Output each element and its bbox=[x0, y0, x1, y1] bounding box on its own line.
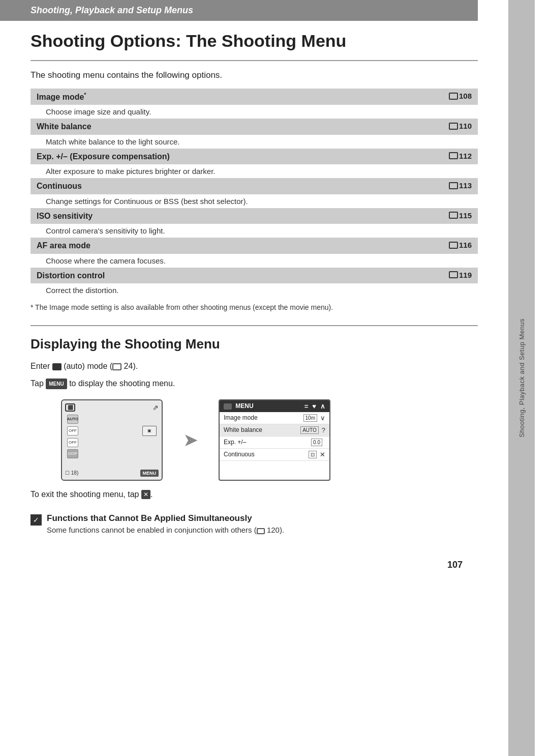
table-row: Change settings for Continuous or BSS (b… bbox=[30, 194, 478, 208]
table-row: Alter exposure to make pictures brighter… bbox=[30, 164, 478, 178]
menu-label-white-balance: White balance bbox=[224, 426, 300, 433]
menu-val-image-mode: 10m bbox=[303, 414, 317, 422]
cam-icon-off2: OFF bbox=[67, 438, 78, 447]
table-row: Control camera's sensitivity to light. bbox=[30, 224, 478, 238]
menu-label-continuous: Continuous bbox=[224, 451, 309, 458]
table-row: Exp. +/– (Exposure compensation)112 bbox=[30, 149, 478, 165]
arrow-icon: ➤ bbox=[183, 429, 198, 451]
menu-val-continuous: ⊡ bbox=[309, 451, 317, 458]
menu-page-ref: 110 bbox=[391, 119, 478, 135]
menu-item-name: White balance bbox=[30, 119, 391, 135]
main-content: Shooting, Playback and Setup Menus Shoot… bbox=[0, 0, 508, 756]
table-row: Correct the distortion. bbox=[30, 283, 478, 297]
page-wrapper: Shooting, Playback and Setup Menus Shoot… bbox=[0, 0, 549, 756]
menu-label-image-mode: Image mode bbox=[224, 414, 303, 421]
header-icon-heart: ♥ bbox=[312, 402, 316, 410]
menu-item-desc: Choose image size and quality. bbox=[30, 105, 478, 119]
cam-icon-off1: OFF bbox=[67, 426, 78, 435]
menu-page-ref: 115 bbox=[391, 208, 478, 224]
menu-label-exp: Exp. +/– bbox=[224, 439, 311, 446]
menu-icon-white-balance: ? bbox=[322, 426, 325, 434]
camera-icon-inline bbox=[52, 363, 62, 370]
sidebar-text: Shooting, Playback and Setup Menus bbox=[518, 318, 526, 438]
note-check-icon: ✓ bbox=[30, 514, 42, 526]
menu-item-name: Distortion control bbox=[30, 268, 391, 284]
menu-table: Image mode*108Choose image size and qual… bbox=[30, 89, 478, 297]
camera-screen-left: ⬛ ⇗ AUTO OFF ▣ bbox=[61, 399, 163, 481]
header-icon-up: ∧ bbox=[320, 402, 325, 410]
step2-text: Tap MENU to display the shooting menu. bbox=[30, 376, 478, 390]
table-row: Choose image size and quality. bbox=[30, 105, 478, 119]
note-title: Functions that Cannot Be Applied Simulta… bbox=[47, 513, 284, 524]
menu-item-desc: Correct the distortion. bbox=[30, 283, 478, 297]
book-icon-note bbox=[257, 528, 265, 534]
menu-page-ref: 108 bbox=[391, 89, 478, 105]
menu-item-desc: Alter exposure to make pictures brighter… bbox=[30, 164, 478, 178]
cam-item-disp: DISP bbox=[65, 448, 159, 459]
cam-menu-items: AUTO OFF ▣ OFF bbox=[65, 414, 159, 459]
table-row: AF area mode116 bbox=[30, 238, 478, 254]
menu-item-desc: Change settings for Continuous or BSS (b… bbox=[30, 194, 478, 208]
cam-item-off2: OFF bbox=[65, 437, 159, 448]
cam-battery-text: ☐ 18) bbox=[65, 470, 78, 476]
book-icon-ref1 bbox=[112, 363, 121, 370]
cam-item-off1: OFF ▣ bbox=[65, 425, 159, 437]
close-icon-inline: ✕ bbox=[141, 490, 150, 499]
menu-val-white-balance: AUTO bbox=[300, 426, 319, 434]
cam-icon-auto: AUTO bbox=[67, 415, 78, 424]
note-text: Some functions cannot be enabled in conj… bbox=[47, 526, 284, 534]
top-header: Shooting, Playback and Setup Menus bbox=[0, 0, 478, 21]
menu-item-desc: Choose where the camera focuses. bbox=[30, 254, 478, 268]
top-header-text: Shooting, Playback and Setup Menus bbox=[30, 5, 193, 15]
footnote: * The Image mode setting is also availab… bbox=[30, 302, 478, 313]
menu-item-desc: Match white balance to the light source. bbox=[30, 135, 478, 149]
menu-page-ref: 113 bbox=[391, 178, 478, 194]
table-row: Continuous113 bbox=[30, 178, 478, 194]
step1-text: Enter (auto) mode ( 24). bbox=[30, 359, 478, 373]
menu-screen-title: MENU bbox=[224, 402, 254, 410]
menu-row-image-mode: Image mode 10m ∨ bbox=[220, 412, 329, 424]
cam-icon-disp: DISP bbox=[67, 449, 78, 458]
menu-item-name: Image mode* bbox=[30, 89, 391, 105]
displaying-section-title: Displaying the Shooting Menu bbox=[30, 336, 478, 352]
table-row: Choose where the camera focuses. bbox=[30, 254, 478, 268]
menu-page-ref: 119 bbox=[391, 268, 478, 284]
menu-item-name: Continuous bbox=[30, 178, 391, 194]
camera-screen-top: ⬛ ⇗ bbox=[65, 403, 159, 412]
menu-btn-inline: MENU bbox=[46, 379, 67, 389]
menu-page-ref: 112 bbox=[391, 149, 478, 165]
table-row: Image mode*108 bbox=[30, 89, 478, 105]
menu-row-exp: Exp. +/– 0.0 bbox=[220, 437, 329, 449]
note-content: Functions that Cannot Be Applied Simulta… bbox=[47, 513, 284, 534]
table-row: White balance110 bbox=[30, 119, 478, 135]
menu-icon-image-mode: ∨ bbox=[320, 414, 325, 422]
section-divider bbox=[30, 325, 478, 326]
table-row: ISO sensitivity115 bbox=[30, 208, 478, 224]
menu-row-white-balance: White balance AUTO ? bbox=[220, 424, 329, 437]
menu-screen-right: MENU = ♥ ∧ Image mode 10m ∨ White balanc… bbox=[219, 399, 330, 481]
menu-screen-header: MENU = ♥ ∧ bbox=[220, 400, 329, 412]
storage-icon: ▣ bbox=[142, 426, 157, 436]
diagram-area: ⬛ ⇗ AUTO OFF ▣ bbox=[61, 399, 478, 481]
menu-item-name: Exp. +/– (Exposure compensation) bbox=[30, 149, 391, 165]
right-sidebar: Shooting, Playback and Setup Menus bbox=[508, 0, 535, 756]
wifi-icon: ⇗ bbox=[152, 403, 159, 412]
exit-text: To exit the shooting menu, tap ✕. bbox=[30, 490, 478, 500]
menu-item-name: AF area mode bbox=[30, 238, 391, 254]
menu-row-continuous: Continuous ⊡ ✕ bbox=[220, 449, 329, 461]
table-row: Distortion control119 bbox=[30, 268, 478, 284]
menu-val-exp: 0.0 bbox=[311, 439, 322, 446]
page-title: Shooting Options: The Shooting Menu bbox=[30, 21, 478, 61]
menu-header-icons: = ♥ ∧ bbox=[304, 402, 325, 410]
table-row: Match white balance to the light source. bbox=[30, 135, 478, 149]
cam-menu-btn[interactable]: MENU bbox=[140, 470, 159, 477]
camera-top-icon: ⬛ bbox=[65, 403, 75, 412]
menu-item-desc: Control camera's sensitivity to light. bbox=[30, 224, 478, 238]
intro-text: The shooting menu contains the following… bbox=[30, 70, 478, 80]
cam-bottom: ☐ 18) MENU bbox=[65, 470, 159, 477]
page-number: 107 bbox=[0, 549, 478, 575]
menu-page-ref: 116 bbox=[391, 238, 478, 254]
note-box: ✓ Functions that Cannot Be Applied Simul… bbox=[30, 513, 478, 534]
header-icon-eq: = bbox=[304, 402, 309, 410]
menu-item-name: ISO sensitivity bbox=[30, 208, 391, 224]
